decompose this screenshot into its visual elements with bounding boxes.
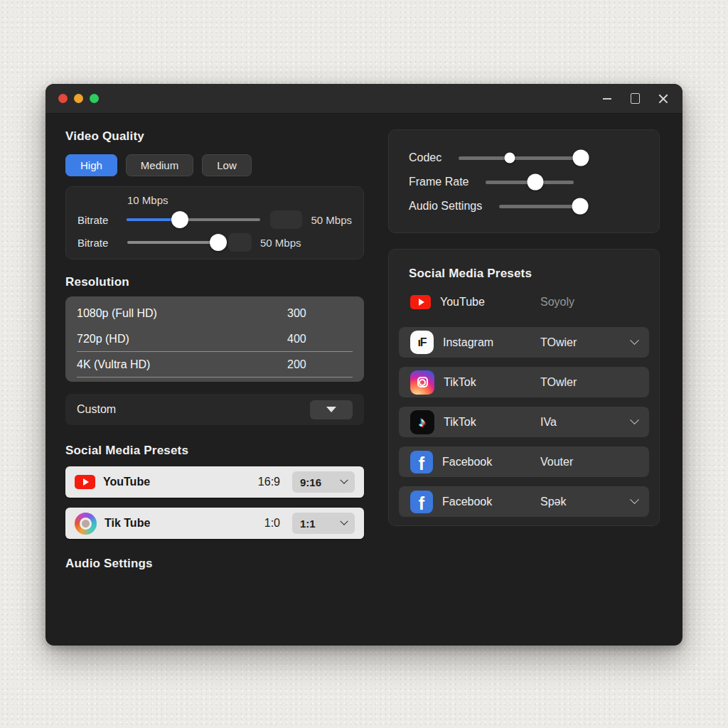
traffic-lights (58, 94, 99, 103)
slider-end-thumb[interactable] (573, 150, 589, 166)
play-icon (419, 299, 424, 306)
aspect-ratio-select[interactable]: 1:1 (292, 513, 355, 534)
custom-resolution-row[interactable]: Custom (65, 394, 364, 425)
play-icon (83, 478, 89, 486)
codec-slider[interactable] (459, 156, 581, 160)
chevron-down-icon[interactable] (630, 415, 639, 424)
camera-icon (417, 377, 428, 387)
preset-name: YouTube (440, 296, 485, 309)
codec-label: Codec (409, 151, 441, 164)
resolution-label: 1080p (Full HD) (77, 307, 157, 320)
resolution-label: 720p (HD) (77, 333, 129, 346)
preset-row-tiktok-1[interactable]: TikTok TOwler (399, 367, 649, 397)
zoom-traffic-icon[interactable] (90, 94, 99, 103)
close-traffic-icon[interactable] (58, 94, 68, 103)
preset-value: Soyoly (540, 296, 631, 309)
preset-value: Vouter (540, 456, 631, 469)
resolution-list: 1080p (Full HD) 300 720p (HD) 400 4K (Vu… (65, 296, 364, 382)
bitrate-label: Bitrate (77, 237, 127, 249)
instagram-alt-icon: ıF (410, 331, 434, 354)
youtube-icon (410, 295, 431, 309)
selected-ratio: 9:16 (300, 476, 321, 488)
instagram-gradient-icon (410, 370, 434, 395)
preset-name: TikTok (444, 376, 476, 389)
selected-ratio: 1:1 (300, 518, 316, 530)
encoding-sliders-panel: Codec Frame Rate Audio Settings (388, 129, 660, 233)
lens-ring (80, 518, 92, 530)
aspect-ratio-label: 1:0 (264, 517, 280, 530)
bitrate-value-box[interactable] (228, 233, 252, 252)
maximize-icon[interactable] (629, 92, 641, 105)
chevron-down-icon[interactable] (630, 495, 639, 504)
resolution-value: 300 (287, 307, 316, 320)
quality-low-button[interactable]: Low (202, 154, 252, 176)
resolution-row-4k[interactable]: 4K (Vultra HD) 200 (77, 352, 353, 378)
dropdown-triangle-icon (326, 407, 336, 412)
preset-name: Instagram (443, 336, 493, 349)
chevron-down-icon (340, 518, 348, 525)
right-column: Codec Frame Rate Audio Settings (388, 114, 660, 526)
preset-name: YouTube (103, 476, 150, 488)
youtube-icon (75, 475, 95, 489)
chevron-down-icon[interactable] (630, 336, 639, 345)
frame-rate-slider[interactable] (486, 181, 574, 184)
chevron-down-icon (340, 476, 348, 484)
bitrate-label: Bitrate (77, 214, 127, 226)
codec-slider-row: Codec (409, 146, 642, 170)
facebook-icon: f (410, 491, 433, 513)
preset-value: TOwier (540, 336, 631, 349)
resolution-row-1080p[interactable]: 1080p (Full HD) 300 (77, 301, 353, 326)
social-presets-panel: Social Media Presets YouTube Soyoly ıF I… (388, 249, 660, 526)
preset-row-facebook-2[interactable]: f Facebook Spək (399, 486, 649, 517)
bitrate-current-value: 10 Mbps (127, 194, 352, 208)
preset-row-instagram[interactable]: ıF Instagram TOwier (399, 327, 649, 358)
bitrate-panel: 10 Mbps Bitrate 50 Mbps Bitrate 50 Mbps (65, 186, 364, 259)
preset-name: Tik Tube (105, 517, 150, 530)
aspect-ratio-select[interactable]: 9:16 (292, 471, 355, 493)
bitrate-value-box[interactable] (270, 210, 302, 229)
slider-thumb[interactable] (572, 198, 588, 215)
bitrate-slider-1[interactable] (127, 218, 261, 221)
bitrate-slider-row-1: Bitrate 50 Mbps (77, 208, 352, 231)
audio-settings-slider-row: Audio Settings (409, 194, 642, 218)
preset-row-youtube[interactable]: YouTube 16:9 9:16 (65, 466, 364, 498)
quality-medium-button[interactable]: Medium (126, 154, 193, 176)
tiktube-lens-icon (75, 513, 97, 535)
video-quality-title: Video Quality (65, 129, 364, 144)
slider-thumb[interactable] (505, 153, 515, 164)
audio-settings-title: Audio Settings (65, 557, 364, 571)
quality-high-button[interactable]: High (65, 154, 117, 176)
title-bar (46, 84, 682, 114)
custom-dropdown-button[interactable] (310, 400, 353, 419)
preset-row-facebook-1[interactable]: f Facebook Vouter (399, 446, 649, 477)
tiktok-icon: ♪ (410, 410, 434, 434)
preset-row-youtube[interactable]: YouTube Soyoly (399, 287, 649, 318)
preset-row-tiktube[interactable]: Tik Tube 1:0 1:1 (65, 508, 364, 539)
resolution-value: 200 (287, 358, 316, 371)
minimize-traffic-icon[interactable] (74, 94, 83, 103)
preset-value: Spək (540, 496, 631, 508)
minimize-icon[interactable] (601, 92, 613, 105)
desktop: { "colors": { "accent": "#3d7de8", "traf… (0, 0, 728, 728)
bitrate-max-label: 50 Mbps (260, 237, 301, 249)
custom-label: Custom (77, 403, 116, 416)
resolution-row-720p[interactable]: 720p (HD) 400 (77, 326, 353, 352)
preset-value: IVa (540, 416, 631, 429)
resolution-label: 4K (Vultra HD) (77, 358, 150, 371)
preset-row-tiktok-2[interactable]: ♪ TikTok IVa (399, 407, 649, 437)
preset-name: TikTok (444, 416, 476, 429)
resolution-value: 400 (287, 333, 316, 346)
close-icon[interactable] (658, 92, 670, 105)
quality-button-group: High Medium Low (65, 154, 364, 176)
preset-value: TOwler (540, 376, 631, 389)
facebook-icon: f (410, 451, 433, 473)
frame-rate-slider-row: Frame Rate (409, 170, 642, 194)
slider-thumb[interactable] (527, 174, 543, 191)
lens-core (82, 520, 90, 528)
slider-thumb[interactable] (171, 211, 188, 228)
audio-settings-slider[interactable] (499, 205, 582, 208)
left-column: Video Quality High Medium Low 10 Mbps Bi… (65, 114, 364, 571)
bitrate-max-label: 50 Mbps (311, 214, 352, 226)
slider-thumb[interactable] (210, 234, 227, 251)
bitrate-slider-2[interactable] (127, 241, 218, 244)
